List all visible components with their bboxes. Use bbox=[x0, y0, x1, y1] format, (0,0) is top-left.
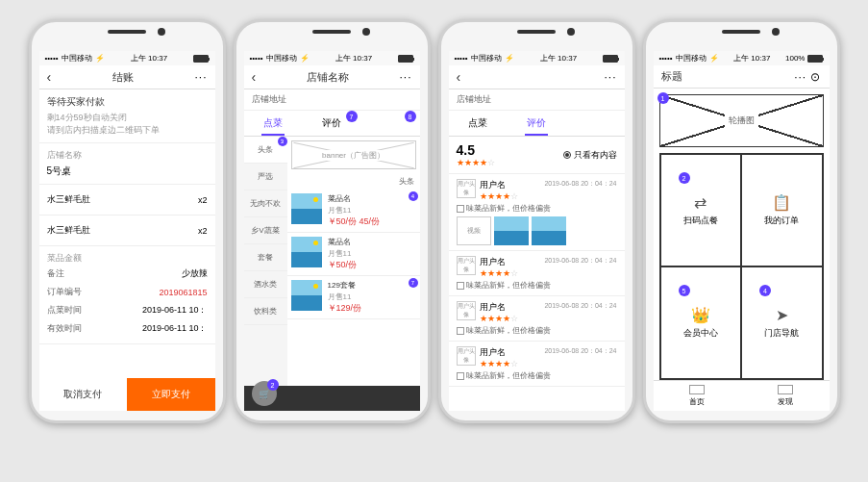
review-image[interactable] bbox=[494, 216, 529, 245]
more-icon[interactable]: ··· bbox=[194, 70, 207, 84]
tab-menu[interactable]: 点菜 bbox=[244, 111, 303, 136]
rating-stars: ★★★★☆ bbox=[457, 158, 495, 167]
checkbox-icon[interactable] bbox=[457, 372, 464, 380]
grid-scan[interactable]: 2⇄扫码点餐 bbox=[660, 154, 742, 266]
order-no: 2019061815 bbox=[159, 288, 207, 297]
more-icon[interactable]: ··· bbox=[604, 70, 616, 84]
review-stars: ★★★★☆ bbox=[480, 191, 518, 201]
radio-icon bbox=[563, 151, 571, 159]
page-title: 店铺名称 bbox=[307, 70, 349, 85]
cart-icon[interactable]: 🛒2 bbox=[252, 381, 277, 406]
more-icon[interactable]: ··· bbox=[399, 70, 411, 84]
checkbox-icon[interactable] bbox=[457, 205, 464, 213]
dish-image bbox=[291, 237, 322, 267]
nav-bar: ‹ 结账 ··· bbox=[39, 65, 215, 89]
menu-cat[interactable]: 酒水类 bbox=[244, 271, 287, 298]
cancel-button[interactable]: 取消支付 bbox=[39, 378, 128, 411]
reviewer-name: 用户名 bbox=[480, 346, 518, 359]
review-stars: ★★★★☆ bbox=[480, 268, 518, 278]
grid-orders[interactable]: 📋我的订单 bbox=[741, 154, 823, 266]
valid-label: 有效时间 bbox=[47, 322, 82, 335]
status-bar: •••••中国移动⚡ 上午 10:37 bbox=[244, 51, 420, 65]
banner[interactable]: banner（广告图） bbox=[291, 140, 416, 169]
tab-more[interactable] bbox=[566, 111, 625, 136]
section-label: 头条 bbox=[287, 173, 420, 190]
reviewer-name: 用户名 bbox=[480, 256, 518, 268]
cart-bar[interactable]: 🛒2 bbox=[244, 386, 420, 411]
bottom-tab-home[interactable]: 首页 bbox=[654, 381, 742, 411]
arrow-icon: ➤ bbox=[776, 306, 788, 324]
countdown: 剩14分59秒自动关闭 bbox=[47, 112, 208, 124]
store-name: 5号桌 bbox=[47, 165, 208, 178]
dish-item[interactable]: 菜品名月售11￥50/份 bbox=[287, 233, 420, 276]
review-item: 用户头像用户名★★★★☆2019-06-08 20：04：24味菜品新鲜，但价格… bbox=[449, 174, 625, 251]
dish-image bbox=[291, 280, 322, 311]
review-date: 2019-06-08 20：04：24 bbox=[544, 179, 616, 189]
page-title: 结账 bbox=[112, 70, 134, 85]
review-stars: ★★★★☆ bbox=[480, 314, 518, 323]
avatar: 用户头像 bbox=[457, 346, 476, 366]
menu-cat[interactable]: 无肉不欢 bbox=[244, 190, 287, 217]
review-image[interactable] bbox=[532, 216, 566, 245]
discover-icon bbox=[778, 385, 793, 394]
menu-cat[interactable]: 头条3 bbox=[244, 137, 287, 164]
reviewer-name: 用户名 bbox=[480, 179, 518, 191]
tab-more[interactable]: 8 bbox=[361, 111, 420, 136]
pay-button[interactable]: 立即支付 bbox=[127, 378, 215, 411]
tab-menu[interactable]: 点菜 bbox=[449, 111, 508, 136]
rating-score: 4.5 bbox=[457, 142, 495, 158]
store-address: 店铺地址 bbox=[244, 89, 420, 111]
review-item: 用户头像用户名★★★★☆2019-06-08 20：04：24味菜品新鲜，但价格… bbox=[449, 296, 625, 342]
avatar: 用户头像 bbox=[457, 179, 476, 198]
menu-cat[interactable]: 饮料类 bbox=[244, 298, 287, 325]
order-item: 水三鲜毛肚x2 bbox=[47, 190, 208, 209]
menu-sidebar: 头条3 严选 无肉不欢 乡V蔬菜 套餐 酒水类 饮料类 bbox=[244, 137, 287, 411]
bottom-tab-discover[interactable]: 发现 bbox=[741, 381, 830, 411]
review-comment: 味菜品新鲜，但价格偏贵 bbox=[457, 280, 617, 291]
crown-icon: 👑 bbox=[691, 306, 710, 324]
video-thumb[interactable]: 视频 bbox=[457, 216, 491, 245]
review-comment: 味菜品新鲜，但价格偏贵 bbox=[457, 370, 617, 381]
home-grid: 2⇄扫码点餐 📋我的订单 5👑会员中心 4➤门店导航 bbox=[659, 153, 824, 380]
more-icon[interactable]: ··· ⊙ bbox=[794, 70, 821, 84]
scan-hint: 请到店内扫描桌边二维码下单 bbox=[47, 124, 208, 137]
note-label: 备注 bbox=[47, 267, 64, 280]
dish-item[interactable]: 129套餐月售11￥129/份7 bbox=[287, 276, 420, 319]
order-time: 2019-06-11 10： bbox=[142, 304, 208, 317]
total-label: 菜品金额 bbox=[47, 252, 208, 265]
note-value: 少放辣 bbox=[182, 267, 208, 280]
back-icon[interactable]: ‹ bbox=[457, 69, 461, 85]
order-item: 水三鲜毛肚x2 bbox=[47, 221, 208, 240]
reviewer-name: 用户名 bbox=[480, 301, 518, 314]
review-date: 2019-06-08 20：04：24 bbox=[544, 256, 616, 266]
content-only-radio[interactable]: 只看有内容 bbox=[563, 149, 617, 162]
order-no-label: 订单编号 bbox=[47, 286, 82, 298]
back-icon[interactable]: ‹ bbox=[252, 69, 257, 85]
status-bar: •••••中国移动⚡ 上午 10:37 bbox=[39, 51, 215, 65]
scan-icon: ⇄ bbox=[694, 193, 707, 212]
checkbox-icon[interactable] bbox=[457, 282, 464, 290]
order-icon: 📋 bbox=[772, 193, 791, 212]
menu-cat[interactable]: 严选 bbox=[244, 164, 287, 190]
review-stars: ★★★★☆ bbox=[480, 359, 518, 368]
dish-image bbox=[291, 193, 322, 224]
grid-member[interactable]: 5👑会员中心 bbox=[660, 266, 742, 379]
time: 上午 10:37 bbox=[131, 53, 167, 63]
tab-review[interactable]: 评价 bbox=[508, 111, 566, 136]
valid-time: 2019-06-11 10： bbox=[142, 322, 208, 335]
phone-home: •••••中国移动⚡上午 10:37100% 标题··· ⊙ 1轮播图 2⇄扫码… bbox=[643, 19, 840, 423]
grid-nav[interactable]: 4➤门店导航 bbox=[741, 266, 823, 379]
menu-cat[interactable]: 乡V蔬菜 bbox=[244, 217, 287, 244]
checkbox-icon[interactable] bbox=[457, 327, 464, 335]
carrier: 中国移动 bbox=[62, 53, 92, 63]
carousel[interactable]: 1轮播图 bbox=[659, 94, 824, 147]
review-comment: 味菜品新鲜，但价格偏贵 bbox=[457, 325, 617, 336]
review-item: 用户头像用户名★★★★☆2019-06-08 20：04：24味菜品新鲜，但价格… bbox=[449, 251, 625, 296]
tab-review[interactable]: 评价7 bbox=[303, 111, 361, 136]
menu-cat[interactable]: 套餐 bbox=[244, 244, 287, 271]
rating-header: 4.5★★★★☆ 只看有内容 bbox=[449, 137, 625, 174]
back-icon[interactable]: ‹ bbox=[47, 69, 52, 85]
home-icon bbox=[689, 385, 705, 394]
phone-menu: •••••中国移动⚡ 上午 10:37 ‹ 店铺名称 ··· 店铺地址 点菜 评… bbox=[234, 19, 431, 423]
dish-item[interactable]: 菜品名月售11￥50/份 45/份4 bbox=[287, 190, 420, 233]
